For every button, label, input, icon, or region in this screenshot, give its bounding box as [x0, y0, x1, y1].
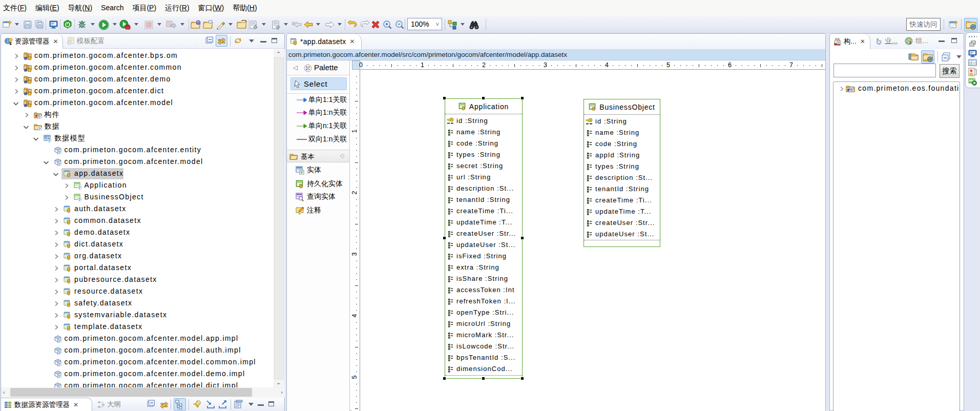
- svg-text:?: ?: [849, 89, 851, 92]
